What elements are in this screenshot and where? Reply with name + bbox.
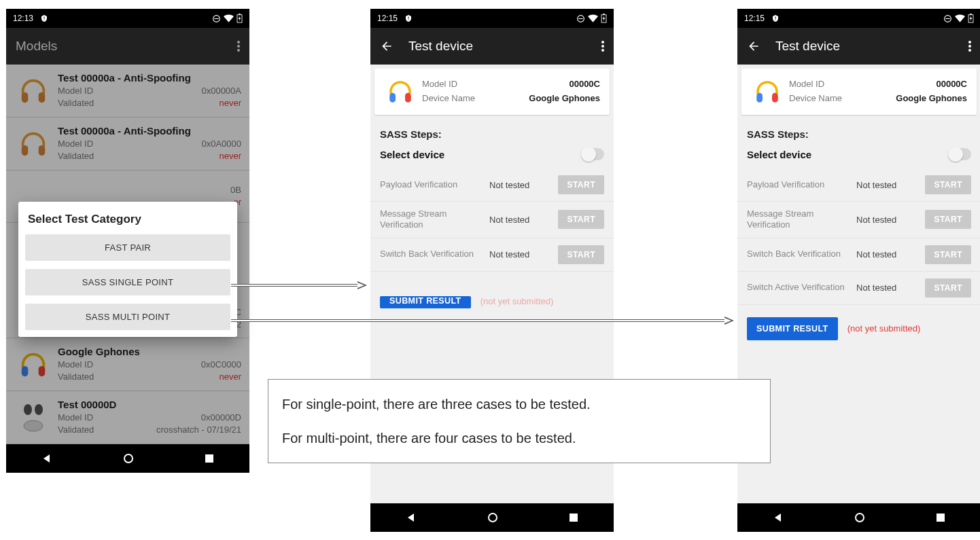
android-navbar	[737, 503, 980, 532]
start-button[interactable]: START	[925, 210, 971, 229]
svg-point-18	[124, 454, 133, 463]
sass-single-point-button[interactable]: SASS SINGLE POINT	[25, 269, 230, 295]
submit-result-button[interactable]: SUBMIT RESULT	[380, 296, 471, 308]
start-button[interactable]: START	[558, 245, 604, 264]
headphones-icon	[14, 72, 52, 110]
start-button[interactable]: START	[558, 210, 604, 229]
appbar-title: Models	[16, 39, 237, 54]
device-card: Model ID00000C Device NameGoogle Gphones	[374, 69, 610, 115]
not-submitted-text: (not yet submitted)	[847, 323, 921, 334]
svg-point-26	[601, 49, 604, 52]
nav-recent-icon[interactable]	[936, 513, 945, 522]
sass-multi-point-button[interactable]: SASS MULTI POINT	[25, 304, 230, 330]
svg-rect-10	[39, 145, 46, 155]
appbar-title: Test device	[408, 39, 601, 54]
model-title: Test 00000a - Anti-Spoofing	[58, 125, 241, 137]
overflow-menu-icon[interactable]	[601, 41, 604, 52]
svg-rect-3	[239, 14, 241, 15]
svg-rect-39	[772, 93, 778, 103]
model-id-label: Model ID	[58, 85, 93, 97]
start-button[interactable]: START	[558, 175, 604, 194]
select-device-switch[interactable]	[948, 148, 971, 160]
step-name: Payload Verification	[380, 179, 489, 190]
validated-label: Validated	[58, 371, 94, 383]
start-button[interactable]: START	[925, 278, 971, 298]
step-name: Message Stream Verification	[380, 209, 489, 231]
model-item[interactable]: Google Gphones Model ID0x0C0000 Validate…	[6, 338, 249, 391]
nav-back-icon[interactable]	[406, 512, 417, 523]
dialog-title: Select Test Category	[28, 213, 228, 226]
nav-recent-icon[interactable]	[205, 454, 214, 463]
phone-models: 12:13 Models Test 00000a - Anti-Spoofing	[5, 8, 250, 473]
overflow-menu-icon[interactable]	[237, 41, 240, 52]
step-name: Switch Active Verification	[747, 282, 856, 293]
nav-back-icon[interactable]	[773, 512, 784, 523]
headphones-icon	[751, 75, 784, 108]
svg-point-15	[24, 404, 32, 415]
model-id-label: Model ID	[789, 77, 824, 92]
sass-steps-header: SASS Steps:	[370, 119, 614, 144]
svg-point-6	[237, 49, 240, 52]
nav-recent-icon[interactable]	[569, 513, 578, 522]
statusbar: 12:15	[370, 9, 614, 28]
select-device-switch[interactable]	[581, 148, 604, 160]
caption-box: For single-point, there are three cases …	[268, 379, 771, 463]
svg-point-40	[856, 514, 864, 522]
model-id-value: 0x0C0000	[201, 359, 241, 371]
svg-point-36	[968, 45, 971, 48]
validated-label: Validated	[58, 424, 94, 436]
model-item[interactable]: Test 00000a - Anti-Spoofing Model ID0x00…	[6, 65, 249, 118]
start-button[interactable]: START	[925, 245, 971, 264]
model-list: Test 00000a - Anti-Spoofing Model ID0x00…	[6, 65, 249, 444]
model-item[interactable]: Test 00000a - Anti-Spoofing Model ID0x0A…	[6, 118, 249, 170]
step-name: Payload Verification	[747, 179, 856, 190]
submit-result-button[interactable]: SUBMIT RESULT	[747, 317, 838, 340]
nav-home-icon[interactable]	[123, 453, 134, 464]
svg-rect-34	[970, 14, 972, 15]
model-id-value: 00000C	[936, 77, 967, 92]
step-name: Message Stream Verification	[747, 209, 856, 231]
start-button[interactable]: START	[925, 175, 971, 194]
not-submitted-text: (not yet submitted)	[480, 296, 554, 306]
svg-rect-9	[22, 145, 29, 155]
appbar: Test device	[370, 28, 614, 65]
back-arrow-icon[interactable]	[380, 39, 393, 53]
statusbar: 12:15	[737, 9, 980, 28]
step-name: Switch Back Verification	[380, 249, 489, 259]
nav-back-icon[interactable]	[41, 453, 52, 464]
step-status: Not tested	[856, 249, 925, 259]
headphones-icon	[14, 346, 52, 384]
phone-multi-point: 12:15 Test device Model ID00000C Device …	[737, 8, 980, 533]
model-item[interactable]: Test 00000D Model ID0x00000D Validatedcr…	[6, 391, 249, 444]
back-arrow-icon[interactable]	[747, 39, 760, 53]
svg-point-25	[601, 45, 604, 48]
fast-pair-button[interactable]: FAST PAIR	[25, 234, 230, 261]
svg-rect-38	[756, 93, 763, 103]
model-id-value: 0B	[230, 184, 241, 196]
step-status: Not tested	[489, 249, 558, 259]
device-name-value: Google Gphones	[529, 92, 600, 106]
svg-point-16	[35, 404, 43, 415]
model-title: Test 00000a - Anti-Spoofing	[58, 72, 241, 84]
overflow-menu-icon[interactable]	[968, 41, 971, 52]
model-id-value: 0x00000A	[201, 85, 241, 97]
svg-point-29	[489, 514, 497, 522]
dnd-icon	[943, 14, 952, 23]
headphones-icon	[384, 75, 417, 108]
select-device-row: Select device	[737, 144, 980, 168]
device-name-label: Device Name	[789, 92, 842, 106]
model-id-value: 00000C	[569, 77, 600, 92]
appbar: Test device	[737, 28, 980, 65]
step-row: Switch Active Verification Not tested ST…	[737, 272, 980, 305]
step-row: Switch Back Verification Not tested STAR…	[737, 238, 980, 272]
wifi-icon	[588, 14, 598, 22]
model-id-label: Model ID	[422, 77, 457, 92]
svg-rect-7	[22, 92, 29, 102]
svg-rect-23	[603, 14, 605, 15]
nav-home-icon[interactable]	[854, 512, 865, 523]
svg-rect-27	[389, 93, 396, 103]
debug-icon	[40, 14, 48, 22]
nav-home-icon[interactable]	[487, 512, 498, 523]
dnd-icon	[576, 14, 585, 23]
svg-point-37	[968, 49, 971, 52]
